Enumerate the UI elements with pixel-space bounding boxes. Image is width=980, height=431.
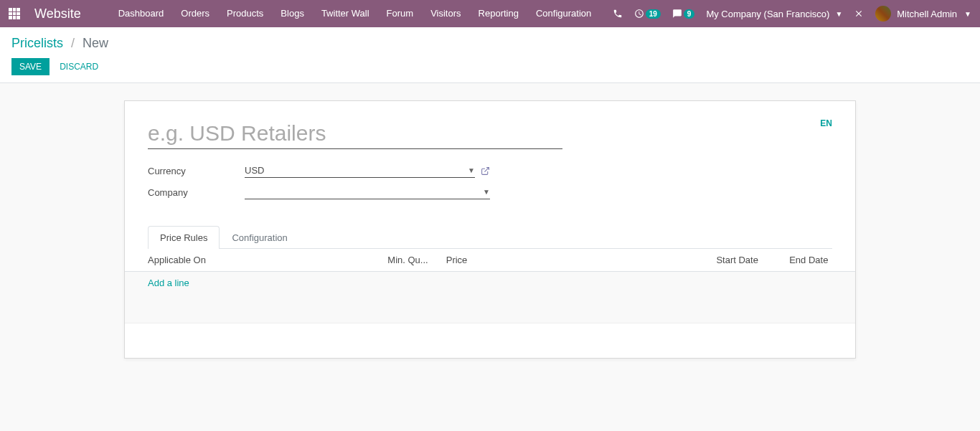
activities-icon[interactable]: 19 <box>634 9 661 19</box>
control-panel: Pricelists / New Save Discard <box>0 27 980 83</box>
phone-icon[interactable] <box>613 9 623 19</box>
discard-button[interactable]: Discard <box>50 58 108 75</box>
currency-label: Currency <box>148 166 245 176</box>
breadcrumb: Pricelists / New <box>11 36 969 51</box>
col-price[interactable]: Price <box>439 249 710 272</box>
messages-badge: 9 <box>684 9 695 19</box>
external-link-icon[interactable] <box>481 166 490 176</box>
control-buttons: Save Discard <box>11 58 969 75</box>
nav-visitors[interactable]: Visitors <box>422 0 469 27</box>
nav-configuration[interactable]: Configuration <box>527 0 600 27</box>
col-applicable-on[interactable]: Applicable On <box>125 249 380 272</box>
svg-line-0 <box>484 167 489 171</box>
nav-reporting[interactable]: Reporting <box>470 0 527 27</box>
tabs: Price Rules Configuration <box>148 225 832 249</box>
close-icon[interactable] <box>854 9 864 19</box>
messages-icon[interactable]: 9 <box>672 9 695 19</box>
name-input[interactable] <box>148 118 562 149</box>
tab-configuration[interactable]: Configuration <box>220 226 299 249</box>
breadcrumb-parent[interactable]: Pricelists <box>11 36 63 50</box>
nav-orders[interactable]: Orders <box>172 0 218 27</box>
user-menu[interactable]: Mitchell Admin ▼ <box>875 6 971 22</box>
activities-badge: 19 <box>646 9 661 19</box>
breadcrumb-separator: / <box>71 36 75 50</box>
chevron-down-icon: ▼ <box>964 10 971 18</box>
nav-twitter-wall[interactable]: Twitter Wall <box>313 0 378 27</box>
company-input[interactable]: ▼ <box>245 185 490 199</box>
form-view: EN Currency USD ▼ Company <box>0 83 980 376</box>
add-line-link[interactable]: Add a line <box>148 278 189 288</box>
save-button[interactable]: Save <box>11 58 50 75</box>
main-navbar: Website Dashboard Orders Products Blogs … <box>0 0 980 27</box>
chevron-down-icon: ▼ <box>483 188 490 196</box>
chevron-down-icon: ▼ <box>835 10 842 18</box>
col-end-date[interactable]: End Date <box>782 249 855 272</box>
nav-menu: Dashboard Orders Products Blogs Twitter … <box>110 0 600 27</box>
chevron-down-icon: ▼ <box>468 166 475 174</box>
nav-dashboard[interactable]: Dashboard <box>110 0 173 27</box>
app-brand[interactable]: Website <box>34 6 81 22</box>
language-button[interactable]: EN <box>820 118 832 128</box>
nav-forum[interactable]: Forum <box>378 0 423 27</box>
price-rules-table: Applicable On Min. Qu... Price Start Dat… <box>125 249 855 323</box>
col-min-quantity[interactable]: Min. Qu... <box>380 249 438 272</box>
apps-icon[interactable] <box>9 8 20 19</box>
company-name: My Company (San Francisco) <box>706 9 829 19</box>
form-fields: Currency USD ▼ Company ▼ <box>148 162 490 205</box>
company-selector[interactable]: My Company (San Francisco) ▼ <box>706 9 842 19</box>
company-label: Company <box>148 187 245 198</box>
form-sheet: EN Currency USD ▼ Company <box>124 100 856 359</box>
nav-right: 19 9 My Company (San Francisco) ▼ Mitche… <box>613 6 971 22</box>
avatar <box>875 6 891 22</box>
nav-blogs[interactable]: Blogs <box>272 0 313 27</box>
tab-price-rules[interactable]: Price Rules <box>148 226 220 249</box>
breadcrumb-current: New <box>83 36 108 50</box>
currency-value: USD <box>245 165 264 176</box>
col-start-date[interactable]: Start Date <box>709 249 782 272</box>
user-name: Mitchell Admin <box>897 9 957 19</box>
currency-input[interactable]: USD ▼ <box>245 164 475 178</box>
nav-products[interactable]: Products <box>218 0 272 27</box>
